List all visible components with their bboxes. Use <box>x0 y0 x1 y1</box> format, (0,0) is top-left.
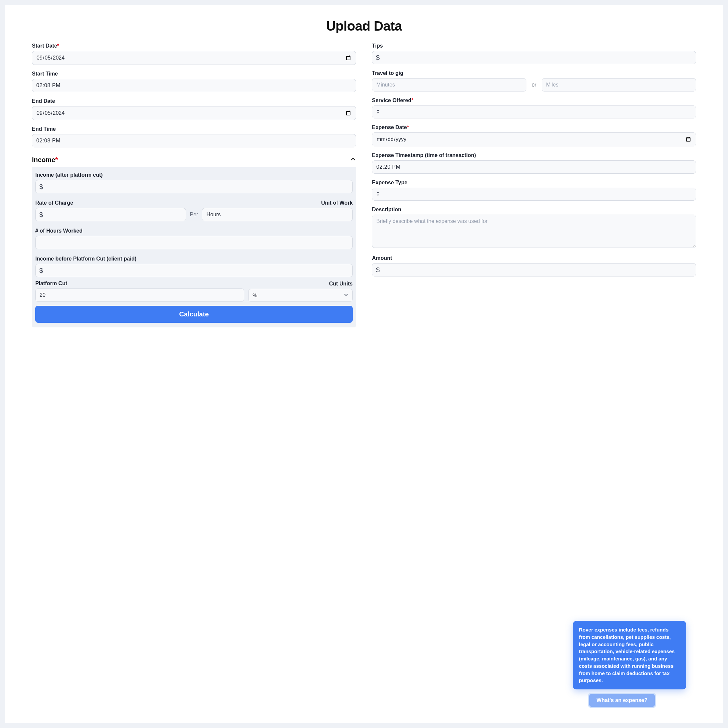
description-input[interactable] <box>372 215 696 248</box>
tips-label: Tips <box>372 43 696 49</box>
expense-type-select[interactable] <box>372 188 696 200</box>
expense-type-field: Expense Type <box>372 180 696 200</box>
tips-field: Tips $ <box>372 43 696 64</box>
rate-wrap: $ <box>35 208 186 221</box>
tips-input[interactable] <box>372 51 696 64</box>
service-field: Service Offered* <box>372 98 696 118</box>
right-column: Tips $ Travel to gig or Service Offered* <box>372 43 696 327</box>
income-panel: Income (after platform cut) $ Rate of Ch… <box>32 167 356 327</box>
hours-block: # of Hours Worked <box>35 226 353 249</box>
expense-type-select-wrap <box>372 188 696 200</box>
cut-units-label: Cut Units <box>248 281 353 287</box>
income-before-label: Income before Platform Cut (client paid) <box>35 256 353 262</box>
expense-date-input[interactable] <box>372 132 696 147</box>
or-text: or <box>532 82 536 88</box>
cut-units-field: Cut Units % <box>248 281 353 302</box>
start-date-label-text: Start Date <box>32 43 57 49</box>
amount-label: Amount <box>372 255 696 261</box>
platform-cut-field: Platform Cut <box>35 280 244 302</box>
travel-minutes-input[interactable] <box>372 78 526 92</box>
end-date-input[interactable] <box>32 106 356 120</box>
rate-input[interactable] <box>35 208 186 221</box>
description-label: Description <box>372 206 696 213</box>
rate-block: Rate of Charge Unit of Work $ Per <box>35 198 353 221</box>
rate-label: Rate of Charge <box>35 200 73 206</box>
whats-an-expense-button[interactable]: What's an expense? <box>588 693 656 708</box>
cut-units-select-wrap: % <box>248 289 353 302</box>
cut-units-select[interactable]: % <box>248 289 353 302</box>
income-title: Income* <box>32 156 58 164</box>
travel-field: Travel to gig or <box>372 70 696 92</box>
income-before-block: Income before Platform Cut (client paid)… <box>35 254 353 302</box>
service-label: Service Offered* <box>372 98 696 104</box>
calculate-button[interactable]: Calculate <box>35 306 353 323</box>
upload-data-page: Upload Data Start Date* Start Time End D… <box>5 5 723 723</box>
expense-ts-label: Expense Timestamp (time of transaction) <box>372 152 696 158</box>
description-field: Description <box>372 206 696 249</box>
income-after-field: Income (after platform cut) $ <box>35 172 353 193</box>
amount-input[interactable] <box>372 263 696 277</box>
expense-help-popover: Rover expenses include fees, refunds fro… <box>573 621 686 690</box>
hours-input[interactable] <box>35 236 353 249</box>
amount-wrap: $ <box>372 263 696 277</box>
required-mark: * <box>55 156 58 164</box>
unit-label: Unit of Work <box>321 200 353 206</box>
income-title-text: Income <box>32 156 55 164</box>
expense-date-field: Expense Date* <box>372 124 696 147</box>
expense-ts-input[interactable] <box>372 161 696 174</box>
service-select[interactable] <box>372 106 696 118</box>
start-time-label: Start Time <box>32 71 356 77</box>
end-date-field: End Date <box>32 98 356 120</box>
required-mark: * <box>411 98 413 103</box>
required-mark: * <box>407 124 409 130</box>
expense-date-label-text: Expense Date <box>372 124 407 130</box>
income-accordion-header[interactable]: Income* <box>32 153 356 167</box>
end-time-field: End Time <box>32 126 356 147</box>
end-time-label: End Time <box>32 126 356 132</box>
expense-ts-field: Expense Timestamp (time of transaction) <box>372 152 696 174</box>
unit-wrap <box>202 208 353 221</box>
tips-wrap: $ <box>372 51 696 64</box>
service-label-text: Service Offered <box>372 98 411 103</box>
expense-date-label: Expense Date* <box>372 124 696 130</box>
income-after-label: Income (after platform cut) <box>35 172 353 178</box>
amount-field: Amount $ <box>372 255 696 277</box>
travel-label: Travel to gig <box>372 70 696 76</box>
per-text: Per <box>190 212 198 217</box>
page-title: Upload Data <box>32 18 696 34</box>
income-after-wrap: $ <box>35 180 353 193</box>
income-after-input[interactable] <box>35 180 353 193</box>
expense-type-label: Expense Type <box>372 180 696 186</box>
end-date-label: End Date <box>32 98 356 104</box>
income-before-wrap: $ <box>35 264 353 277</box>
service-select-wrap <box>372 106 696 118</box>
travel-miles-input[interactable] <box>542 78 696 92</box>
start-time-input[interactable] <box>32 79 356 92</box>
start-date-field: Start Date* <box>32 43 356 65</box>
start-time-field: Start Time <box>32 71 356 92</box>
required-mark: * <box>57 43 59 49</box>
chevron-up-icon <box>350 156 356 164</box>
left-column: Start Date* Start Time End Date End Time… <box>32 43 356 327</box>
hours-label: # of Hours Worked <box>35 228 353 234</box>
start-date-label: Start Date* <box>32 43 356 49</box>
form-columns: Start Date* Start Time End Date End Time… <box>32 43 696 327</box>
platform-cut-input[interactable] <box>35 289 244 302</box>
income-before-input[interactable] <box>35 264 353 277</box>
start-date-input[interactable] <box>32 51 356 65</box>
unit-input[interactable] <box>202 208 353 221</box>
end-time-input[interactable] <box>32 134 356 147</box>
platform-cut-label: Platform Cut <box>35 280 244 286</box>
